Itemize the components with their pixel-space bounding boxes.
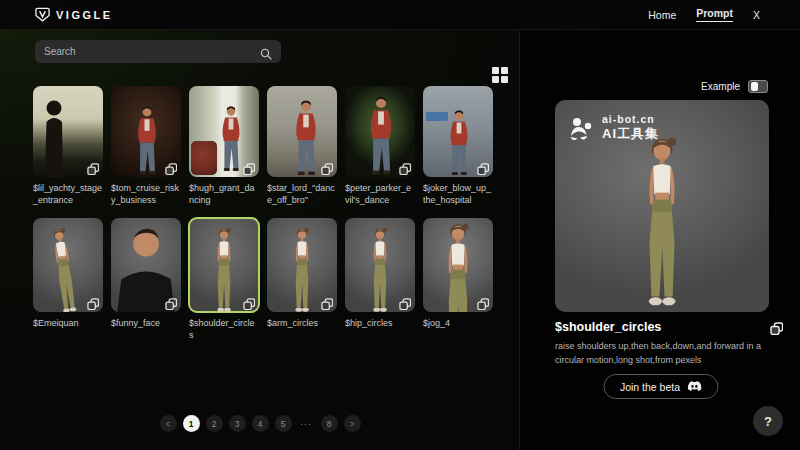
use-template-icon[interactable] (165, 161, 177, 173)
gallery-item[interactable]: $peter_parker_evil's_dance (345, 86, 415, 206)
gallery-thumbnail[interactable] (111, 86, 181, 177)
main-nav: Home Prompt X (648, 7, 760, 22)
search-bar[interactable] (35, 40, 281, 63)
preview-title-row: $shoulder_circles (555, 320, 783, 334)
example-toggle-row: Example (701, 80, 768, 93)
use-template-icon[interactable] (165, 296, 177, 308)
pagination: < 1 2 3 4 5 ··· 8 > (0, 415, 520, 432)
preview-panel: Example ai-bot.cn AI工具集 (521, 30, 800, 450)
viggle-logo-icon (35, 7, 50, 22)
gallery-thumbnail[interactable] (33, 218, 103, 312)
gallery-thumbnail[interactable] (423, 86, 493, 177)
watermark-line2: AI工具集 (602, 125, 659, 143)
brand-name: VIGGLE (56, 9, 113, 21)
gallery-item[interactable]: $hugh_grant_dancing (189, 86, 259, 206)
template-gallery: $lil_yachty_stage_entrance $tom_cruise_r… (33, 86, 493, 341)
gallery-thumbnail[interactable] (267, 218, 337, 312)
gallery-item[interactable]: $hip_circles (345, 218, 415, 341)
viggle-app: VIGGLE Home Prompt X (0, 0, 800, 450)
grid-view-icon[interactable] (492, 67, 509, 84)
gallery-item-label: $joker_blow_up_the_hospital (423, 182, 493, 206)
pagination-page-2[interactable]: 2 (206, 415, 223, 432)
gallery-thumbnail[interactable] (345, 218, 415, 312)
gallery-item-label: $arm_circles (267, 317, 337, 341)
gallery-item[interactable]: $arm_circles (267, 218, 337, 341)
pagination-page-1[interactable]: 1 (183, 415, 200, 432)
gallery-item[interactable]: $jog_4 (423, 218, 493, 341)
join-beta-label: Join the beta (620, 381, 680, 393)
use-template-icon[interactable] (399, 161, 411, 173)
watermark-line1: ai-bot.cn (602, 113, 659, 125)
gallery-item-label: $star_lord_"dance_off_bro" (267, 182, 337, 206)
gallery-item-label: $Emeiquan (33, 317, 103, 341)
preview-video[interactable]: ai-bot.cn AI工具集 (555, 100, 769, 312)
gallery-thumbnail[interactable] (189, 218, 259, 312)
gallery-thumbnail[interactable] (111, 218, 181, 312)
discord-icon (687, 381, 701, 392)
pagination-page-5[interactable]: 5 (275, 415, 292, 432)
gallery-item-label: $shoulder_circles (189, 317, 259, 341)
gallery-item-label: $peter_parker_evil's_dance (345, 182, 415, 206)
search-input[interactable] (44, 46, 260, 57)
preview-title: $shoulder_circles (555, 320, 661, 334)
use-template-icon[interactable] (399, 296, 411, 308)
use-template-icon[interactable] (477, 296, 489, 308)
gallery-item-label: $hip_circles (345, 317, 415, 341)
pagination-ellipsis: ··· (298, 415, 315, 432)
gallery-item-label: $lil_yachty_stage_entrance (33, 182, 103, 206)
use-template-icon[interactable] (321, 161, 333, 173)
pagination-page-3[interactable]: 3 (229, 415, 246, 432)
template-browser-panel: $lil_yachty_stage_entrance $tom_cruise_r… (0, 30, 520, 450)
watermark: ai-bot.cn AI工具集 (569, 113, 659, 143)
nav-home[interactable]: Home (648, 9, 676, 21)
join-beta-button[interactable]: Join the beta (603, 374, 718, 399)
gallery-item-selected[interactable]: $shoulder_circles (189, 218, 259, 341)
use-template-icon[interactable] (243, 296, 255, 308)
gallery-item[interactable]: $funny_face (111, 218, 181, 341)
pagination-page-4[interactable]: 4 (252, 415, 269, 432)
pagination-page-8[interactable]: 8 (321, 415, 338, 432)
preview-description: raise shoulders up,then back,down,and fo… (555, 340, 789, 367)
gallery-item[interactable]: $tom_cruise_risky_business (111, 86, 181, 206)
gallery-thumbnail[interactable] (33, 86, 103, 177)
use-template-icon[interactable] (321, 296, 333, 308)
gallery-item-label: $jog_4 (423, 317, 493, 341)
use-template-icon[interactable] (243, 161, 255, 173)
gallery-item-label: $tom_cruise_risky_business (111, 182, 181, 206)
viggle-logo[interactable]: VIGGLE (35, 7, 113, 22)
gallery-thumbnail[interactable] (267, 86, 337, 177)
gallery-item[interactable]: $star_lord_"dance_off_bro" (267, 86, 337, 206)
search-icon[interactable] (260, 46, 272, 58)
gallery-thumbnail[interactable] (423, 218, 493, 312)
gallery-thumbnail[interactable] (189, 86, 259, 177)
gallery-item-label: $funny_face (111, 317, 181, 341)
help-button[interactable]: ? (753, 406, 783, 436)
nav-x[interactable]: X (753, 9, 760, 21)
nav-prompt[interactable]: Prompt (696, 7, 733, 22)
use-template-icon[interactable] (477, 161, 489, 173)
ai-bot-logo-icon (569, 116, 595, 140)
gallery-item[interactable]: $lil_yachty_stage_entrance (33, 86, 103, 206)
example-toggle[interactable] (748, 80, 768, 93)
top-bar: VIGGLE Home Prompt X (0, 0, 800, 30)
gallery-item-label: $hugh_grant_dancing (189, 182, 259, 206)
gallery-thumbnail[interactable] (345, 86, 415, 177)
pagination-prev-button[interactable]: < (160, 415, 177, 432)
gallery-item[interactable]: $joker_blow_up_the_hospital (423, 86, 493, 206)
copy-prompt-icon[interactable] (770, 321, 783, 334)
gallery-item[interactable]: $Emeiquan (33, 218, 103, 341)
example-label: Example (701, 81, 740, 92)
preview-character (615, 134, 709, 306)
use-template-icon[interactable] (87, 296, 99, 308)
pagination-next-button[interactable]: > (344, 415, 361, 432)
use-template-icon[interactable] (87, 161, 99, 173)
